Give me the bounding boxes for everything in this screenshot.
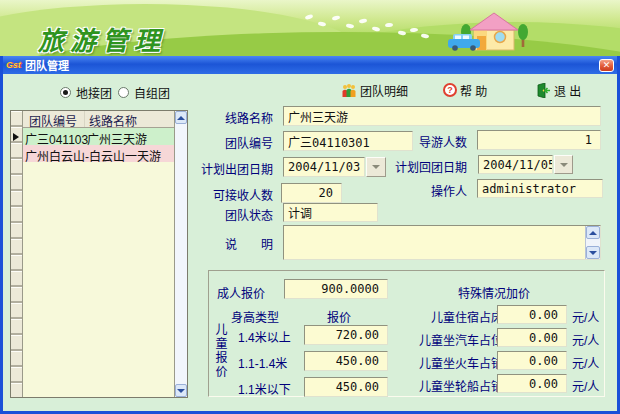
help-icon: ?	[443, 83, 457, 97]
radio-unselected-icon	[118, 87, 129, 98]
cell-route-name	[85, 145, 175, 162]
grid-scrollbar[interactable]	[174, 111, 187, 397]
titlebar[interactable]: Gst 团队管理 ✕	[3, 56, 617, 74]
child-bus-label: 儿童坐汽车占位	[403, 331, 503, 348]
team-management-window: Gst 团队管理 ✕ 地接团 自组团 团队明细	[0, 56, 620, 414]
return-date-dropdown-button[interactable]	[554, 155, 573, 174]
capacity-field[interactable]: 20	[281, 183, 342, 203]
child-bed-label: 儿童住宿占床	[403, 308, 503, 325]
unit-label: 元/人	[572, 377, 599, 394]
client-area: 地接团 自组团 团队明细 ? 帮 助	[3, 74, 617, 411]
chevron-down-icon	[560, 163, 568, 167]
return-date-field[interactable]: 2004/11/05	[478, 155, 553, 174]
child-height-1-label: 1.4米以上	[238, 328, 291, 345]
grid-header-row: 团队编号 线路名称	[23, 111, 175, 128]
exit-label: 退 出	[554, 82, 581, 99]
scroll-down-button[interactable]	[175, 384, 187, 397]
note-scrollbar[interactable]	[585, 226, 600, 259]
radio-local-team-label: 地接团	[76, 84, 112, 101]
cell-team-no: 广州白云山-白云山一天游	[23, 145, 85, 162]
child-price-1-field[interactable]: 720.00	[304, 325, 388, 345]
operator-label: 操作人	[377, 182, 467, 199]
window-title: 团队管理	[25, 57, 599, 73]
team-grid[interactable]: 团队编号 线路名称 广三041103 广州三天游 广州白云山-白云山一天游	[10, 110, 188, 398]
note-label: 说 明	[183, 235, 273, 252]
operator-field[interactable]: administrator	[477, 179, 603, 198]
unit-label: 元/人	[572, 308, 599, 325]
exit-button[interactable]: 退 出	[535, 81, 581, 99]
current-row-marker-icon	[13, 133, 19, 141]
note-field[interactable]	[283, 225, 601, 260]
child-height-2-label: 1.1-1.4米	[238, 354, 287, 371]
team-detail-label: 团队明细	[360, 82, 408, 99]
cell-team-no: 广三041103	[23, 128, 85, 145]
radio-selected-icon	[60, 87, 71, 98]
help-label: 帮 助	[460, 82, 487, 99]
route-name-label: 线路名称	[183, 109, 273, 126]
adult-price-field[interactable]: 900.0000	[284, 279, 388, 299]
table-row[interactable]: 广州白云山-白云山一天游	[23, 145, 175, 162]
adult-price-label: 成人报价	[217, 284, 265, 301]
child-bed-field[interactable]: 0.00	[497, 305, 567, 324]
guide-count-label: 导游人数	[377, 133, 467, 150]
return-date-label: 计划回团日期	[377, 158, 467, 175]
child-ship-label: 儿童坐轮船占铺	[403, 377, 503, 394]
price-header: 报价	[327, 308, 351, 325]
team-detail-icon	[341, 83, 357, 98]
banner: 旅游管理	[0, 0, 620, 56]
scroll-up-button[interactable]	[586, 226, 600, 239]
child-price-group-label: 儿童报价	[213, 323, 226, 387]
child-price-3-field[interactable]: 450.00	[304, 377, 388, 397]
child-bus-field[interactable]: 0.00	[497, 328, 567, 347]
radio-self-team-label: 自组团	[134, 84, 170, 101]
depart-date-label: 计划出团日期	[183, 160, 273, 177]
radio-local-team[interactable]: 地接团	[60, 84, 112, 101]
child-height-3-label: 1.1米以下	[238, 380, 291, 397]
status-label: 团队状态	[183, 206, 273, 223]
table-row-selected[interactable]: 广三041103 广州三天游	[23, 128, 175, 145]
tree-icon	[518, 24, 528, 47]
capacity-label: 可接收人数	[183, 186, 273, 203]
price-panel: 成人报价 900.0000 特殊情况加价 身高类型 报价 儿童报价 1.4米以上…	[208, 270, 605, 397]
height-type-header: 身高类型	[231, 308, 279, 325]
special-markup-title: 特殊情况加价	[458, 284, 530, 301]
house-car-scene	[430, 6, 590, 56]
cell-route-name: 广州三天游	[85, 128, 175, 145]
scroll-down-button[interactable]	[586, 246, 600, 259]
exit-icon	[535, 83, 551, 98]
radio-self-organized-team[interactable]: 自组团	[118, 84, 170, 101]
help-button[interactable]: ? 帮 助	[443, 81, 487, 99]
team-no-label: 团队编号	[183, 134, 273, 151]
chevron-down-icon	[589, 251, 597, 255]
status-field[interactable]: 计调	[283, 203, 378, 222]
chevron-up-icon	[589, 231, 597, 235]
app-root: 旅游管理 Gst 团队管理 ✕ 地接团 自组团	[0, 0, 620, 414]
app-logo: 旅游管理	[38, 20, 166, 56]
unit-label: 元/人	[572, 354, 599, 371]
window-icon: Gst	[6, 60, 21, 70]
close-button[interactable]: ✕	[599, 59, 614, 72]
child-train-field[interactable]: 0.00	[497, 351, 567, 370]
grid-header-route-name: 线路名称	[85, 111, 175, 127]
route-name-field[interactable]: 广州三天游	[283, 106, 601, 126]
grid-row-selector-column	[11, 111, 23, 397]
unit-label: 元/人	[572, 331, 599, 348]
chevron-down-icon	[177, 389, 185, 393]
depart-date-field[interactable]: 2004/11/03	[283, 157, 365, 177]
grid-header-team-no: 团队编号	[23, 111, 85, 127]
team-detail-button[interactable]: 团队明细	[341, 81, 408, 99]
child-price-2-field[interactable]: 450.00	[304, 351, 388, 371]
child-ship-field[interactable]: 0.00	[497, 374, 567, 393]
child-train-label: 儿童坐火车占铺	[403, 354, 503, 371]
guide-count-field[interactable]: 1	[477, 130, 601, 150]
